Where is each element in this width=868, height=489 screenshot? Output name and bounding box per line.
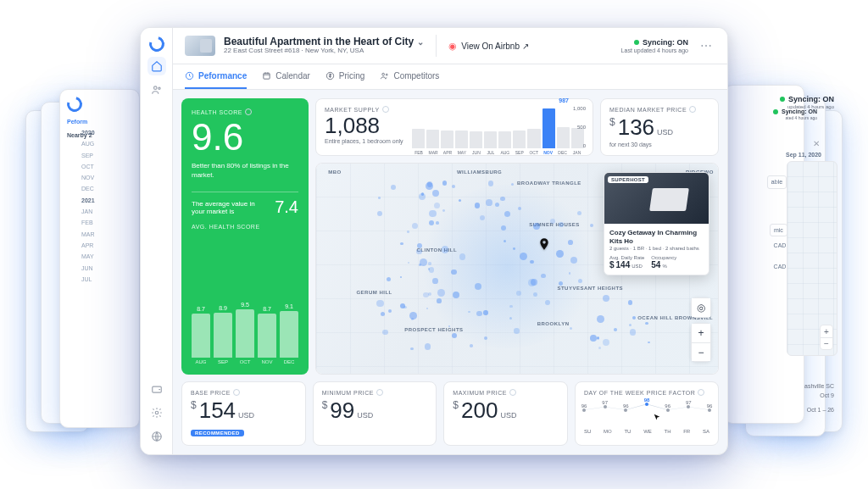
supply-highlight-value: 987 xyxy=(559,97,569,103)
health-desc: Better than 80% of listings in the marke… xyxy=(192,161,298,180)
listing-address: 22 East Cost Street #618 · New York, NY,… xyxy=(224,47,424,55)
health-avg-label: The average value in your market is xyxy=(192,200,261,215)
logo-icon xyxy=(64,94,86,115)
popup-image: SUPERHOST xyxy=(604,173,709,224)
tab-competitors[interactable]: Competitors xyxy=(380,64,439,89)
header: Beautiful Apartment in the Heart of City… xyxy=(173,28,727,64)
health-avg-value: 7.4 xyxy=(275,197,298,217)
svg-point-1 xyxy=(158,87,159,89)
market-map[interactable]: MBOWILLIAMSBURGBROADWAY TRIANGLERIDGEWOC… xyxy=(315,163,719,375)
view-on-airbnb-link[interactable]: ◉ View On Airbnb ↗ xyxy=(448,42,529,51)
supply-note: Entire places, 1 bedroom only xyxy=(325,138,403,144)
logo-icon xyxy=(146,34,167,55)
min-price-value: 99 xyxy=(330,399,354,421)
zoom-out-button: − xyxy=(692,342,710,361)
tab-pricing[interactable]: Pricing xyxy=(326,64,365,89)
supply-y-axis: 1,0005000 xyxy=(573,106,586,148)
bg-months: 2020 AUG SEP OCT NOV DEC 2021 JAN FEB MA… xyxy=(81,127,115,285)
help-icon[interactable] xyxy=(245,108,252,115)
help-icon[interactable] xyxy=(382,106,389,113)
tab-performance[interactable]: Peformance xyxy=(185,64,247,89)
status-dot-icon xyxy=(634,40,639,45)
median-price-card: MEDIAN MARKET PRICE $ 136 USD for next 3… xyxy=(600,98,719,156)
close-icon: ✕ xyxy=(813,136,820,152)
median-note: for next 30 days xyxy=(609,142,709,147)
map-listing-popup[interactable]: SUPERHOST Cozy Getaway In Charming Kits … xyxy=(604,172,709,275)
chevron-down-icon: ⌄ xyxy=(417,37,424,47)
bg-cal-footer: ashville SC Oct 9 Oct 1 – 26 xyxy=(804,383,834,413)
base-price-card: BASE PRICE $ 154 USD RECOMMENDED xyxy=(181,381,306,446)
health-chart-label: AVG. HEALTH SCORE xyxy=(192,224,298,230)
help-icon[interactable] xyxy=(376,389,383,396)
median-price-value: 136 xyxy=(618,116,654,138)
bg-map: +− xyxy=(787,161,837,356)
superhost-badge: SUPERHOST xyxy=(608,176,648,183)
sidebar xyxy=(141,28,173,454)
locate-icon: ◎ xyxy=(692,298,710,317)
map-zoom-controls[interactable]: +− xyxy=(691,323,711,362)
supply-bar-chart: 987 1,0005000 FEBMARAPRMAYJUNJULAUGSEPOC… xyxy=(412,106,584,148)
popup-title: Cozy Getaway In Charming Kits Ho xyxy=(609,229,704,245)
nav-globe[interactable] xyxy=(147,427,166,446)
content: HEALTH SCORE 9.6 Better than 80% of list… xyxy=(173,90,727,454)
bg-sync: Syncing: ON updated 4 hours ago xyxy=(780,95,834,109)
base-price-value: 154 xyxy=(199,399,236,421)
sync-status: Syncing: ON Last updated 4 hours ago xyxy=(621,38,688,53)
help-icon[interactable] xyxy=(509,389,516,396)
recommended-badge: RECOMMENDED xyxy=(191,430,244,436)
svg-point-8 xyxy=(382,73,385,75)
minimum-price-card: MINIMUM PRICE $ 99 USD xyxy=(313,381,437,446)
svg-point-0 xyxy=(153,86,157,90)
maximum-price-card: MAXIMUM PRICE $ 200 USD xyxy=(443,381,568,446)
svg-point-3 xyxy=(155,411,159,414)
bg-tab: Peform xyxy=(67,119,87,125)
nav-people[interactable] xyxy=(147,81,166,99)
dow-line-chart: 96979698969796 xyxy=(584,398,709,427)
airbnb-icon: ◉ xyxy=(448,42,457,51)
nav-home[interactable] xyxy=(147,57,166,75)
divider xyxy=(436,35,437,57)
zoom-out-icon: − xyxy=(821,337,832,349)
svg-point-9 xyxy=(387,74,388,75)
svg-rect-6 xyxy=(264,73,270,79)
listing-thumbnail xyxy=(185,36,215,56)
supply-value: 1,088 xyxy=(325,114,403,136)
map-pin-icon xyxy=(537,237,551,251)
tabs: Peformance Calendar Pricing Competitors xyxy=(173,64,727,90)
market-supply-card: MARKET SUPPLY 1,088 Entire places, 1 bed… xyxy=(315,98,593,156)
map-locate-button[interactable]: ◎ xyxy=(691,297,711,318)
health-score-value: 9.6 xyxy=(192,119,298,156)
help-icon[interactable] xyxy=(689,106,696,113)
max-price-value: 200 xyxy=(461,399,498,421)
bg-sync: Syncing: ON ated 4 hours ago xyxy=(773,108,817,120)
zoom-in-icon: + xyxy=(821,325,832,337)
health-bar-chart: 8.7AUG8.9SEP9.5OCT8.7NOV9.1DEC xyxy=(192,233,298,364)
more-menu-button[interactable]: ⋯ xyxy=(697,40,715,52)
app-window: Beautiful Apartment in the Heart of City… xyxy=(140,27,728,455)
zoom-in-button: + xyxy=(692,324,710,342)
popup-subtitle: 2 guests · 1 BR · 1 bed · 2 shared baths xyxy=(609,246,704,251)
help-icon[interactable] xyxy=(698,389,704,396)
dow-price-factor-card: DAY OF THE WEEK PRICE FACTOR 96979698969… xyxy=(575,381,719,446)
nav-wallet[interactable] xyxy=(147,380,166,398)
help-icon[interactable] xyxy=(233,389,240,396)
nav-settings[interactable] xyxy=(147,403,166,422)
cursor-icon xyxy=(653,410,661,419)
tab-calendar[interactable]: Calendar xyxy=(262,64,310,89)
health-score-card: HEALTH SCORE 9.6 Better than 80% of list… xyxy=(181,98,309,375)
